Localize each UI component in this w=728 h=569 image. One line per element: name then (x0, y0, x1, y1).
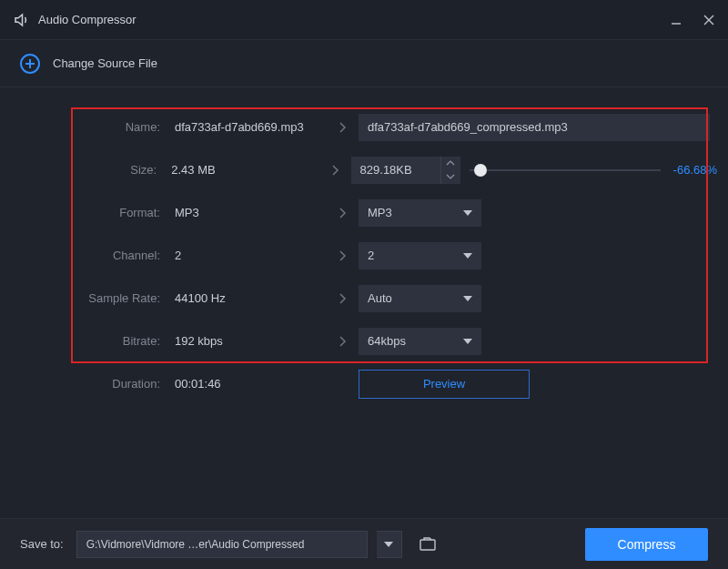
label-bitrate: Bitrate: (11, 334, 171, 348)
save-path-display[interactable]: G:\Vidmore\Vidmore …er\Audio Compressed (76, 531, 368, 558)
output-name-input[interactable] (359, 114, 710, 141)
chevron-right-icon (326, 249, 359, 262)
add-source-icon[interactable] (20, 54, 40, 74)
preview-button[interactable]: Preview (359, 370, 530, 399)
sample-rate-select[interactable]: Auto (359, 285, 481, 312)
chevron-right-icon (326, 335, 359, 348)
size-reduction-percent: -66.68% (673, 163, 717, 177)
size-step-down[interactable] (441, 170, 460, 184)
row-format: Format: MP3 MP3 (11, 191, 717, 234)
row-channel: Channel: 2 2 (11, 234, 717, 277)
bitrate-select[interactable]: 64kbps (359, 328, 481, 355)
size-slider[interactable] (470, 161, 661, 179)
size-step-up[interactable] (441, 157, 460, 170)
main-form: Name: dfa733af-d7abd669.mp3 Size: 2.43 M… (0, 87, 728, 518)
svg-marker-5 (463, 210, 472, 216)
window-controls (670, 14, 715, 26)
titlebar: Audio Compressor (0, 0, 728, 40)
label-name: Name: (11, 120, 171, 134)
svg-marker-6 (463, 253, 472, 259)
change-source-file-link[interactable]: Change Source File (53, 56, 157, 70)
row-duration: Duration: 00:01:46 Preview (11, 362, 717, 405)
row-sample-rate: Sample Rate: 44100 Hz Auto (11, 277, 717, 320)
duration-value: 00:01:46 (171, 377, 326, 391)
channel-select[interactable]: 2 (359, 242, 481, 269)
window-title: Audio Compressor (38, 13, 670, 26)
open-folder-button[interactable] (415, 531, 442, 558)
svg-marker-7 (463, 296, 472, 301)
source-size-value: 2.43 MB (167, 163, 318, 177)
svg-marker-8 (463, 339, 472, 344)
minimize-button[interactable] (670, 14, 682, 26)
chevron-right-icon (326, 292, 359, 305)
label-size: Size: (11, 163, 167, 177)
save-path-dropdown[interactable] (377, 531, 402, 558)
label-duration: Duration: (11, 377, 171, 391)
chevron-right-icon (326, 121, 359, 134)
label-format: Format: (11, 206, 171, 219)
chevron-right-icon (326, 207, 359, 219)
compress-button[interactable]: Compress (585, 528, 708, 561)
bitrate-select-value: 64kbps (368, 334, 406, 348)
format-select-value: MP3 (368, 206, 392, 219)
source-row: Change Source File (0, 40, 728, 87)
svg-marker-9 (384, 542, 393, 547)
app-audio-icon (13, 12, 29, 28)
source-format-value: MP3 (171, 206, 326, 219)
source-channel-value: 2 (171, 249, 326, 262)
row-size: Size: 2.43 MB -66.68% (11, 148, 717, 191)
source-name-value: dfa733af-d7abd669.mp3 (171, 120, 326, 134)
chevron-right-icon (318, 164, 350, 177)
source-sample-rate-value: 44100 Hz (171, 291, 326, 305)
close-button[interactable] (703, 14, 715, 26)
label-channel: Channel: (11, 249, 171, 262)
label-sample-rate: Sample Rate: (11, 291, 171, 305)
sample-rate-select-value: Auto (368, 291, 392, 305)
svg-rect-10 (420, 540, 435, 550)
format-select[interactable]: MP3 (359, 199, 481, 227)
bottombar: Save to: G:\Vidmore\Vidmore …er\Audio Co… (0, 518, 728, 569)
source-bitrate-value: 192 kbps (171, 334, 326, 348)
output-size-stepper[interactable] (351, 157, 460, 184)
row-name: Name: dfa733af-d7abd669.mp3 (11, 106, 717, 148)
row-bitrate: Bitrate: 192 kbps 64kbps (11, 320, 717, 362)
channel-select-value: 2 (368, 249, 374, 262)
save-to-label: Save to: (20, 537, 64, 551)
output-size-input[interactable] (351, 163, 440, 177)
